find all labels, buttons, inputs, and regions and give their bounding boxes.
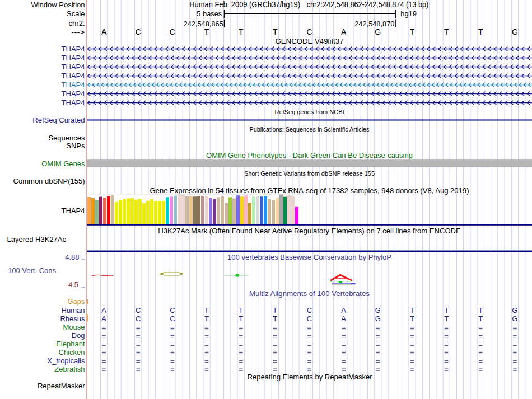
svg-text:RefSeq Curated: RefSeq Curated: [32, 116, 85, 124]
svg-text:Multiz Alignments of 100 Verte: Multiz Alignments of 100 Vertebrates: [249, 289, 370, 298]
svg-text:G: G: [375, 306, 381, 314]
svg-text:SNPs: SNPs: [66, 142, 85, 150]
svg-text:hg19: hg19: [400, 10, 416, 18]
svg-text:chr2:242,548,862-242,548,874 (: chr2:242,548,862-242,548,874 (13 bp): [307, 0, 429, 9]
svg-text:THAP4: THAP4: [62, 81, 85, 89]
svg-text:T: T: [204, 27, 209, 36]
svg-text:T: T: [444, 27, 449, 36]
svg-text:T: T: [204, 314, 209, 323]
svg-text:H3K27Ac Mark (Often Found Near: H3K27Ac Mark (Often Found Near Active Re…: [158, 227, 461, 235]
svg-text:1: 1: [85, 298, 90, 306]
svg-text:T: T: [239, 306, 243, 314]
svg-text:C: C: [136, 306, 141, 314]
svg-text:THAP4: THAP4: [62, 63, 85, 71]
svg-text:T: T: [239, 27, 244, 36]
svg-text:T: T: [273, 306, 277, 314]
svg-text:-4.5: -4.5: [66, 280, 78, 289]
svg-text:100 vertebrates Basewise Conse: 100 vertebrates Basewise Conservation by…: [227, 253, 391, 261]
svg-text:THAP4: THAP4: [62, 98, 85, 107]
svg-text:Mouse: Mouse: [63, 323, 85, 331]
svg-text:C: C: [136, 27, 141, 36]
svg-text:T: T: [410, 314, 414, 323]
svg-text:T: T: [478, 306, 483, 314]
svg-text:Human Feb. 2009 (GRCh37/hg19): Human Feb. 2009 (GRCh37/hg19): [189, 0, 300, 9]
svg-text:T: T: [478, 27, 483, 36]
svg-text:A: A: [341, 27, 347, 36]
svg-text:T: T: [444, 314, 449, 323]
svg-text:A: A: [101, 314, 106, 323]
svg-text:C: C: [170, 27, 175, 36]
svg-text:Common dbSNP(155): Common dbSNP(155): [13, 177, 85, 185]
svg-text:T: T: [204, 306, 209, 314]
svg-text:4.88: 4.88: [65, 253, 79, 261]
svg-text:C: C: [306, 27, 312, 36]
svg-text:--->: --->: [71, 28, 85, 36]
svg-text:T: T: [410, 306, 414, 314]
svg-text:Publications: Sequences in Sci: Publications: Sequences in Scientific Ar…: [250, 126, 370, 133]
svg-text:OMIM Gene Phenotypes - Dark Gr: OMIM Gene Phenotypes - Dark Green Can Be…: [206, 151, 413, 159]
svg-text:Chicken: Chicken: [59, 348, 85, 356]
svg-text:RepeatMasker: RepeatMasker: [38, 382, 85, 390]
svg-text:X_tropicalis: X_tropicalis: [47, 356, 85, 365]
svg-text:Zebrafish: Zebrafish: [54, 365, 85, 373]
svg-text:242,548,870: 242,548,870: [354, 20, 394, 28]
svg-text:5 bases: 5 bases: [197, 10, 222, 18]
svg-text:Sequences: Sequences: [48, 134, 85, 142]
svg-text:C: C: [307, 306, 312, 314]
svg-text:T: T: [273, 27, 278, 36]
svg-text:THAP4: THAP4: [62, 54, 85, 62]
svg-text:THAP4: THAP4: [62, 45, 85, 53]
svg-text:G: G: [512, 314, 517, 323]
svg-text:G: G: [375, 27, 381, 36]
svg-text:C: C: [170, 314, 175, 323]
svg-text:C: C: [307, 314, 312, 323]
svg-text:Layered H3K27Ac: Layered H3K27Ac: [7, 235, 67, 243]
svg-text:T: T: [478, 314, 483, 323]
svg-text:OMIM Genes: OMIM Genes: [41, 159, 85, 168]
svg-text:GENCODE V49lift37: GENCODE V49lift37: [276, 37, 344, 45]
svg-text:Dog: Dog: [72, 331, 85, 340]
svg-text:G: G: [512, 306, 517, 314]
svg-text:THAP4: THAP4: [62, 72, 85, 80]
svg-text:G: G: [375, 314, 381, 323]
svg-text:RefSeq genes from NCBI: RefSeq genes from NCBI: [274, 109, 344, 115]
svg-text:G: G: [512, 27, 518, 36]
svg-text:A: A: [341, 314, 346, 323]
svg-text:Human: Human: [62, 306, 85, 314]
svg-text:Repeating Elements by RepeatMa: Repeating Elements by RepeatMasker: [248, 373, 373, 381]
svg-text:T: T: [410, 27, 415, 36]
svg-text:A: A: [101, 27, 107, 36]
svg-text:THAP4: THAP4: [62, 206, 85, 215]
svg-text:Rhesus: Rhesus: [60, 314, 85, 323]
svg-text:100 Vert. Cons: 100 Vert. Cons: [8, 266, 56, 275]
svg-text:Short Genetic Variants from db: Short Genetic Variants from dbSNP releas…: [244, 170, 375, 177]
svg-text:A: A: [341, 306, 346, 314]
svg-text:Gene Expression in 54 tissues: Gene Expression in 54 tissues from GTEx …: [150, 186, 469, 195]
svg-text:Elephant: Elephant: [56, 340, 85, 348]
svg-text:T: T: [273, 314, 277, 323]
svg-text:THAP4: THAP4: [62, 90, 85, 98]
svg-text:C: C: [136, 314, 141, 323]
svg-text:T: T: [239, 314, 243, 323]
svg-text:242,548,865: 242,548,865: [184, 20, 223, 28]
svg-text:C: C: [170, 306, 175, 314]
svg-text:Gaps: Gaps: [67, 297, 85, 306]
svg-text:Window Position: Window Position: [31, 1, 85, 9]
svg-text:Scale: Scale: [67, 10, 85, 18]
svg-text:A: A: [101, 306, 106, 314]
svg-text:T: T: [444, 306, 449, 314]
svg-text:chr2:: chr2:: [69, 19, 85, 27]
